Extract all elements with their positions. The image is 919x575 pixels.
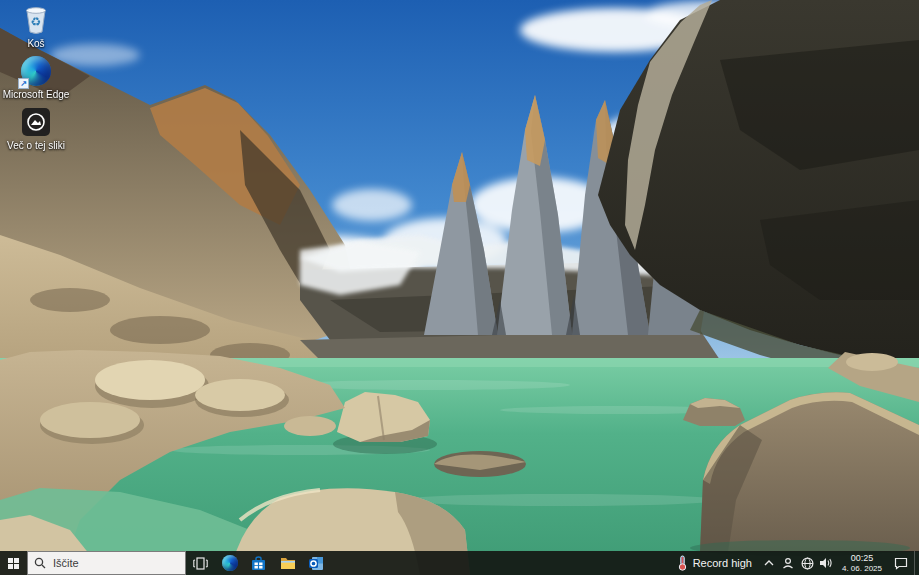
show-desktop-button[interactable] bbox=[914, 551, 919, 575]
tray-network-button[interactable] bbox=[800, 551, 815, 575]
desktop-icon-microsoft-edge[interactable]: ↗ Microsoft Edge bbox=[0, 55, 72, 100]
hidden-icons-button[interactable] bbox=[762, 551, 777, 575]
taskbar-store-button[interactable] bbox=[244, 551, 273, 575]
tray-user-button[interactable] bbox=[781, 551, 796, 575]
volume-icon bbox=[819, 557, 833, 569]
taskbar-clock[interactable]: 00:25 4. 06. 2025 bbox=[836, 551, 888, 575]
thermometer-icon bbox=[678, 555, 687, 571]
taskbar: Record high bbox=[0, 551, 919, 575]
action-center-icon bbox=[894, 557, 908, 570]
start-button[interactable] bbox=[0, 551, 27, 575]
search-input[interactable] bbox=[51, 556, 161, 570]
weather-label: Record high bbox=[693, 557, 752, 569]
network-globe-icon bbox=[801, 557, 814, 570]
edge-icon bbox=[222, 555, 238, 571]
wallpaper-torres-del-paine bbox=[0, 0, 919, 575]
action-center-button[interactable] bbox=[888, 551, 914, 575]
tray-volume-button[interactable] bbox=[819, 551, 834, 575]
desktop-icon-label: Več o tej sliki bbox=[7, 140, 65, 151]
user-icon bbox=[782, 557, 794, 569]
recycle-bin-icon: ♻ bbox=[20, 4, 52, 36]
desktop-icon-column: ♻ Koš ↗ Microsoft Edge Več o tej bbox=[0, 4, 72, 151]
taskbar-file-explorer-button[interactable] bbox=[273, 551, 302, 575]
task-view-button[interactable] bbox=[186, 551, 215, 575]
chevron-up-icon bbox=[764, 560, 774, 566]
news-and-interests-widget[interactable]: Record high bbox=[670, 551, 760, 575]
desktop-icon-recycle-bin[interactable]: ♻ Koš bbox=[0, 4, 72, 49]
learn-about-picture-icon bbox=[20, 106, 52, 138]
clock-date: 4. 06. 2025 bbox=[842, 564, 882, 573]
store-icon bbox=[251, 556, 266, 571]
svg-text:♻: ♻ bbox=[31, 15, 42, 29]
search-icon bbox=[34, 557, 46, 569]
folder-icon bbox=[280, 556, 296, 570]
taskbar-outlook-button[interactable] bbox=[302, 551, 331, 575]
edge-icon: ↗ bbox=[20, 55, 52, 87]
desktop-icon-spotlight[interactable]: Več o tej sliki bbox=[0, 106, 72, 151]
shortcut-arrow-icon: ↗ bbox=[18, 78, 29, 89]
clock-time: 00:25 bbox=[851, 554, 874, 563]
windows-start-icon bbox=[8, 558, 19, 569]
desktop-icon-label: Koš bbox=[27, 38, 44, 49]
system-tray: Record high bbox=[670, 551, 919, 575]
outlook-icon bbox=[309, 556, 324, 571]
task-view-icon bbox=[193, 557, 208, 570]
desktop-icon-label: Microsoft Edge bbox=[3, 89, 70, 100]
taskbar-edge-button[interactable] bbox=[215, 551, 244, 575]
windows-desktop: ♻ Koš ↗ Microsoft Edge Več o tej bbox=[0, 0, 919, 575]
taskbar-search-box[interactable] bbox=[27, 551, 186, 575]
